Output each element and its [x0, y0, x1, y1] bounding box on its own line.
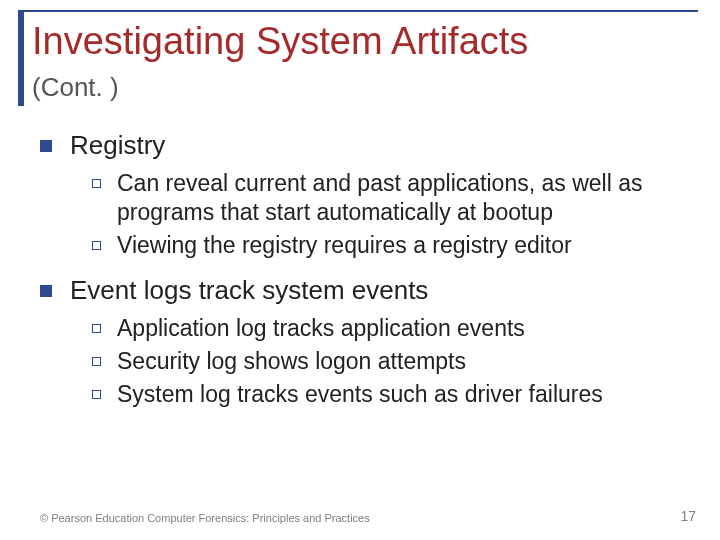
bullet-text: Registry	[70, 130, 165, 161]
bullet-text: Event logs track system events	[70, 275, 428, 306]
bullet-level2: Application log tracks application event…	[92, 314, 680, 343]
slide-body: Registry Can reveal current and past app…	[40, 130, 680, 425]
bullet-level1: Registry	[40, 130, 680, 161]
slide-title: Investigating System Artifacts	[32, 20, 528, 63]
bullet-level2: System log tracks events such as driver …	[92, 380, 680, 409]
title-accent-bar	[18, 10, 24, 106]
bullet-level2: Security log shows logon attempts	[92, 347, 680, 376]
page-number: 17	[680, 508, 696, 524]
hollow-square-bullet-icon	[92, 179, 101, 188]
square-bullet-icon	[40, 140, 52, 152]
hollow-square-bullet-icon	[92, 390, 101, 399]
bullet-level2: Viewing the registry requires a registry…	[92, 231, 680, 260]
slide: Investigating System Artifacts (Cont. ) …	[0, 0, 720, 540]
hollow-square-bullet-icon	[92, 241, 101, 250]
bullet-text: Security log shows logon attempts	[117, 347, 466, 376]
hollow-square-bullet-icon	[92, 324, 101, 333]
square-bullet-icon	[40, 285, 52, 297]
footer-copyright: © Pearson Education Computer Forensics: …	[40, 512, 370, 524]
bullet-text: Viewing the registry requires a registry…	[117, 231, 572, 260]
subbullet-group: Can reveal current and past applications…	[92, 169, 680, 259]
bullet-text: Application log tracks application event…	[117, 314, 525, 343]
bullet-level2: Can reveal current and past applications…	[92, 169, 680, 227]
bullet-text: System log tracks events such as driver …	[117, 380, 603, 409]
title-rule	[18, 10, 698, 12]
slide-subtitle: (Cont. )	[32, 72, 119, 103]
bullet-text: Can reveal current and past applications…	[117, 169, 680, 227]
hollow-square-bullet-icon	[92, 357, 101, 366]
subbullet-group: Application log tracks application event…	[92, 314, 680, 408]
bullet-level1: Event logs track system events	[40, 275, 680, 306]
